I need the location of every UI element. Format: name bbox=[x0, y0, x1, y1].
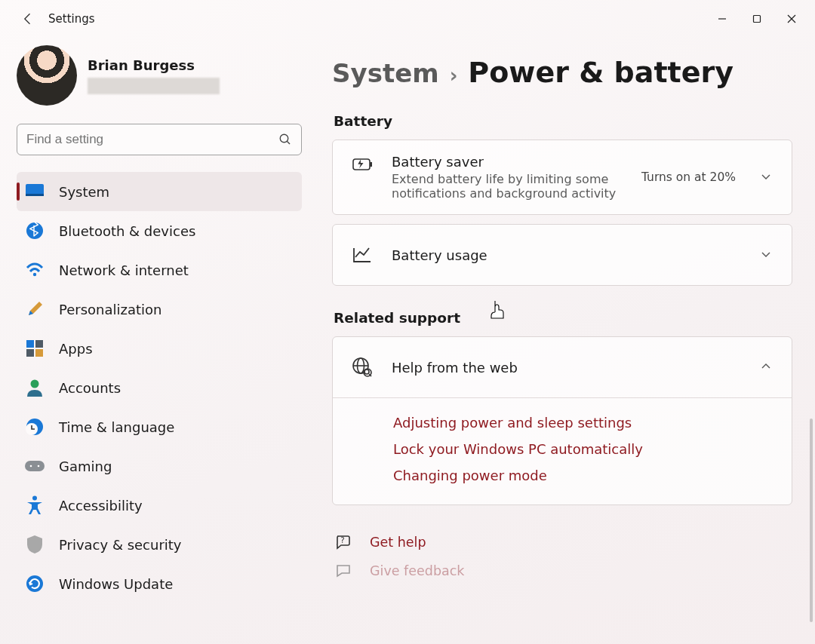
svg-point-18 bbox=[30, 465, 32, 468]
svg-point-4 bbox=[280, 134, 288, 143]
section-heading-related: Related support bbox=[334, 310, 792, 326]
privacy-icon bbox=[24, 534, 45, 555]
nav-item-label: Time & language bbox=[59, 419, 174, 435]
scrollbar[interactable] bbox=[810, 419, 813, 622]
battery-usage-icon bbox=[351, 244, 374, 266]
svg-rect-17 bbox=[25, 461, 45, 471]
minimize-button[interactable] bbox=[705, 5, 740, 32]
card-title: Help from the web bbox=[392, 360, 742, 376]
nav-item-label: Accounts bbox=[59, 380, 121, 396]
card-help-header[interactable]: Help from the web bbox=[333, 337, 792, 397]
nav-item-label: Accessibility bbox=[59, 498, 143, 514]
svg-rect-23 bbox=[370, 162, 372, 167]
sidebar: Brian Burgess System Bluetooth & devi bbox=[0, 38, 315, 644]
bluetooth-icon bbox=[24, 220, 45, 241]
card-battery-usage[interactable]: Battery usage bbox=[332, 224, 792, 286]
personalization-icon bbox=[24, 299, 45, 320]
nav-item-label: Gaming bbox=[59, 458, 112, 474]
card-battery-saver[interactable]: Battery saver Extend battery life by lim… bbox=[332, 140, 792, 215]
chevron-down-icon bbox=[760, 248, 773, 262]
svg-rect-12 bbox=[26, 349, 34, 357]
windows-update-icon bbox=[24, 573, 45, 594]
user-info: Brian Burgess bbox=[88, 57, 220, 94]
chevron-up-icon bbox=[760, 360, 773, 374]
close-button[interactable] bbox=[774, 5, 809, 32]
nav-item-label: Bluetooth & devices bbox=[59, 223, 195, 239]
svg-point-21 bbox=[26, 575, 43, 592]
nav-item-accounts[interactable]: Accounts bbox=[17, 368, 302, 407]
accounts-icon bbox=[24, 377, 45, 398]
battery-saver-icon bbox=[351, 157, 374, 173]
nav-item-gaming[interactable]: Gaming bbox=[17, 446, 302, 486]
nav-item-windows-update[interactable]: Windows Update bbox=[17, 564, 302, 603]
chevron-down-icon bbox=[760, 170, 773, 184]
time-language-icon bbox=[24, 416, 45, 437]
card-subtitle: Extend battery life by limiting some not… bbox=[392, 172, 623, 201]
nav-item-label: Privacy & security bbox=[59, 537, 182, 553]
avatar bbox=[17, 45, 77, 106]
nav-item-privacy[interactable]: Privacy & security bbox=[17, 525, 302, 564]
nav-item-label: Personalization bbox=[59, 302, 161, 317]
svg-rect-1 bbox=[754, 16, 761, 23]
search-field[interactable] bbox=[17, 124, 302, 155]
nav-item-personalization[interactable]: Personalization bbox=[17, 290, 302, 329]
gaming-icon bbox=[24, 455, 45, 477]
window-controls bbox=[705, 5, 809, 32]
accessibility-icon bbox=[24, 495, 45, 516]
help-links: Adjusting power and sleep settings Lock … bbox=[333, 397, 792, 500]
card-help-from-web: Help from the web Adjusting power and sl… bbox=[332, 336, 792, 505]
get-help-link[interactable]: Get help bbox=[370, 535, 426, 550]
search-icon bbox=[278, 133, 292, 146]
nav-item-apps[interactable]: Apps bbox=[17, 329, 302, 368]
search-input[interactable] bbox=[26, 132, 278, 147]
nav-item-accessibility[interactable]: Accessibility bbox=[17, 486, 302, 525]
svg-rect-11 bbox=[35, 340, 43, 348]
nav-item-label: Network & internet bbox=[59, 262, 189, 278]
back-button[interactable] bbox=[20, 11, 36, 27]
user-email-redacted bbox=[88, 78, 220, 94]
apps-icon bbox=[24, 338, 45, 359]
svg-text:?: ? bbox=[340, 536, 344, 544]
nav-item-bluetooth[interactable]: Bluetooth & devices bbox=[17, 211, 302, 250]
maximize-button[interactable] bbox=[740, 5, 774, 32]
user-name: Brian Burgess bbox=[88, 57, 220, 73]
titlebar: Settings bbox=[0, 0, 815, 38]
network-icon bbox=[24, 259, 45, 281]
svg-point-20 bbox=[32, 496, 37, 501]
app-title: Settings bbox=[48, 12, 95, 26]
feedback-link[interactable]: Give feedback bbox=[370, 563, 465, 578]
help-icon: ? bbox=[334, 532, 353, 552]
feedback-icon bbox=[334, 561, 353, 581]
svg-line-5 bbox=[287, 141, 290, 144]
nav-item-label: System bbox=[59, 184, 109, 200]
content: System › Power & battery Battery Battery… bbox=[315, 38, 815, 644]
section-heading-battery: Battery bbox=[334, 113, 792, 129]
card-title: Battery saver bbox=[392, 154, 623, 170]
nav-item-label: Apps bbox=[59, 341, 93, 357]
svg-point-14 bbox=[31, 380, 39, 388]
card-value: Turns on at 20% bbox=[641, 170, 736, 184]
svg-point-19 bbox=[38, 465, 40, 468]
breadcrumb: System › Power & battery bbox=[332, 56, 792, 89]
nav-item-system[interactable]: System bbox=[17, 172, 302, 211]
nav-item-label: Windows Update bbox=[59, 576, 173, 592]
svg-rect-10 bbox=[26, 340, 34, 348]
svg-rect-7 bbox=[26, 194, 44, 196]
system-icon bbox=[24, 181, 45, 202]
page-title: Power & battery bbox=[468, 56, 734, 89]
footer-feedback[interactable]: Give feedback bbox=[332, 557, 792, 585]
footer-get-help[interactable]: ? Get help bbox=[332, 528, 792, 557]
help-link-power-sleep[interactable]: Adjusting power and sleep settings bbox=[393, 415, 792, 431]
svg-rect-13 bbox=[35, 349, 43, 357]
help-link-lock-pc[interactable]: Lock your Windows PC automatically bbox=[393, 441, 792, 457]
nav-item-time-language[interactable]: Time & language bbox=[17, 407, 302, 446]
nav-item-network[interactable]: Network & internet bbox=[17, 250, 302, 290]
chevron-right-icon: › bbox=[450, 64, 458, 87]
card-title: Battery usage bbox=[392, 247, 742, 263]
breadcrumb-parent[interactable]: System bbox=[332, 58, 439, 88]
svg-point-9 bbox=[33, 273, 36, 276]
nav: System Bluetooth & devices Network & int… bbox=[17, 172, 302, 603]
globe-search-icon bbox=[351, 356, 374, 379]
user-block[interactable]: Brian Burgess bbox=[17, 45, 302, 106]
help-link-power-mode[interactable]: Changing power mode bbox=[393, 468, 792, 483]
